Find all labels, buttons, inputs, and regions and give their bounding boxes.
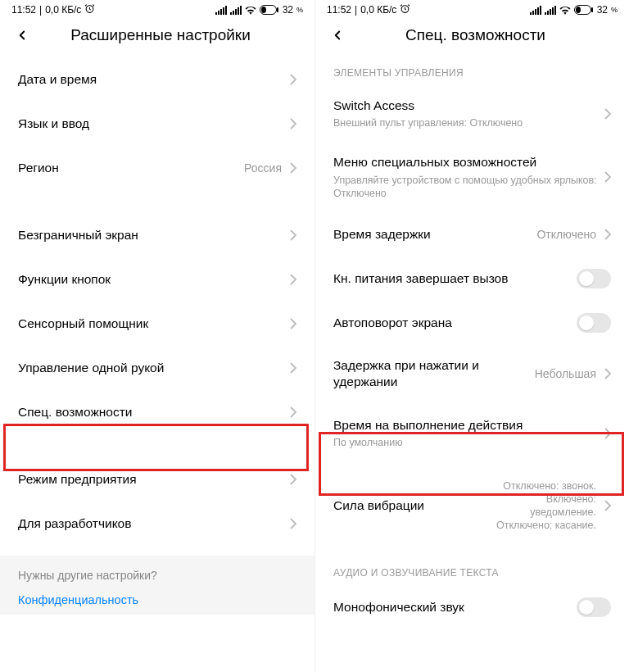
- row-mono-audio[interactable]: Монофонический звук: [315, 585, 629, 629]
- page-title: Спец. возможности: [360, 26, 591, 44]
- svg-rect-27: [591, 7, 593, 12]
- row-developer[interactable]: Для разработчиков: [0, 502, 314, 546]
- svg-rect-23: [552, 7, 554, 15]
- row-buttons[interactable]: Функции кнопок: [0, 257, 314, 302]
- battery-suffix: %: [611, 6, 618, 14]
- status-net: 0,0 КБ/с: [360, 4, 396, 16]
- row-label: Управление одной рукой: [18, 360, 290, 376]
- chevron-right-icon: [290, 118, 296, 129]
- toggle-switch[interactable]: [577, 313, 611, 333]
- svg-rect-12: [261, 7, 266, 13]
- row-label: Монофонический звук: [333, 599, 577, 615]
- chevron-right-icon: [290, 229, 296, 241]
- back-button[interactable]: [13, 26, 31, 44]
- row-value: Отключено: [536, 227, 596, 242]
- page-title: Расширенные настройки: [44, 26, 277, 44]
- row-label: Автоповорот экрана: [333, 315, 577, 331]
- chevron-right-icon: [290, 318, 296, 329]
- svg-rect-7: [233, 11, 234, 15]
- privacy-link[interactable]: Конфиденциальность: [18, 593, 296, 606]
- alarm-icon: [400, 3, 410, 16]
- row-auto-rotate[interactable]: Автоповорот экрана: [315, 301, 629, 345]
- svg-rect-17: [535, 9, 536, 15]
- svg-rect-2: [218, 11, 219, 15]
- status-divider: |: [39, 4, 42, 16]
- row-fullscreen[interactable]: Безграничный экран: [0, 213, 314, 257]
- row-accessibility[interactable]: Спец. возможности: [0, 390, 314, 434]
- section-header-controls: Элементы управления: [315, 57, 629, 85]
- row-label: Switch Access: [333, 98, 604, 114]
- status-time: 11:52: [327, 4, 351, 16]
- row-power-end-call[interactable]: Кн. питания завершает вызов: [315, 257, 629, 301]
- row-sublabel: Управляйте устройством с помощью удобных…: [333, 174, 604, 201]
- row-delay-time[interactable]: Время задержки Отключено: [315, 212, 629, 257]
- row-label: Задержка при нажатии и удержании: [333, 357, 535, 390]
- svg-rect-18: [537, 7, 539, 15]
- row-label: Время задержки: [333, 226, 536, 243]
- chevron-right-icon: [290, 474, 296, 485]
- row-vibration[interactable]: Сила вибрации Отключено: звонок. Включен…: [315, 465, 629, 547]
- svg-rect-5: [225, 6, 227, 15]
- chevron-right-icon: [604, 368, 611, 379]
- footer-question: Нужны другие настройки?: [18, 569, 296, 582]
- page-header: Спец. возможности: [315, 18, 629, 57]
- svg-rect-3: [220, 9, 222, 15]
- row-region[interactable]: Регион Россия: [0, 146, 314, 190]
- status-bar: 11:52 | 0,0 КБ/с 32%: [315, 0, 629, 18]
- row-label: Дата и время: [18, 71, 290, 88]
- toggle-switch[interactable]: [577, 597, 611, 617]
- row-enterprise[interactable]: Режим предприятия: [0, 457, 314, 502]
- chevron-right-icon: [290, 362, 296, 374]
- row-action-time[interactable]: Время на выполнение действия По умолчани…: [315, 402, 629, 464]
- footer-card: Нужны другие настройки? Конфиденциальнос…: [0, 556, 314, 615]
- row-accessibility-menu[interactable]: Меню специальных возможностей Управляйте…: [315, 142, 629, 212]
- svg-rect-15: [530, 12, 532, 15]
- status-bar: 11:52 | 0,0 КБ/с 32%: [0, 0, 314, 18]
- row-one-hand[interactable]: Управление одной рукой: [0, 346, 314, 390]
- row-label: Функции кнопок: [18, 271, 290, 288]
- alarm-icon: [84, 3, 95, 16]
- battery-icon: [574, 5, 594, 15]
- signal-icon-2: [545, 6, 556, 15]
- page-header: Расширенные настройки: [0, 18, 314, 57]
- signal-icon-2: [230, 6, 242, 15]
- row-switch-access[interactable]: Switch Access Внешний пульт управления: …: [315, 85, 629, 142]
- row-label: Меню специальных возможностей: [333, 154, 604, 170]
- signal-icon: [215, 6, 227, 15]
- chevron-right-icon: [604, 108, 611, 120]
- chevron-right-icon: [290, 274, 296, 285]
- toggle-switch[interactable]: [577, 269, 611, 288]
- section-header-audio: Аудио и озвучивание текста: [315, 547, 629, 585]
- signal-icon: [530, 6, 541, 15]
- svg-rect-22: [550, 9, 551, 15]
- row-value: Россия: [244, 161, 282, 175]
- chevron-right-icon: [290, 74, 296, 85]
- wifi-icon: [245, 6, 256, 15]
- svg-rect-13: [277, 7, 278, 12]
- svg-rect-26: [576, 7, 581, 13]
- chevron-right-icon: [290, 162, 296, 174]
- svg-rect-16: [532, 11, 534, 15]
- chevron-right-icon: [604, 229, 611, 240]
- section-gap: [0, 190, 314, 213]
- row-label: Сила вибрации: [333, 497, 482, 514]
- row-datetime[interactable]: Дата и время: [0, 57, 314, 102]
- svg-rect-19: [540, 6, 541, 15]
- row-sublabel: Внешний пульт управления: Отключено: [333, 116, 604, 129]
- battery-icon: [260, 5, 279, 15]
- row-language[interactable]: Язык и ввод: [0, 102, 314, 146]
- svg-rect-8: [235, 9, 237, 15]
- svg-rect-20: [545, 12, 546, 15]
- row-label: Время на выполнение действия: [333, 417, 604, 434]
- back-button[interactable]: [328, 26, 346, 44]
- battery-pct: 32: [597, 4, 608, 16]
- svg-rect-1: [215, 12, 217, 15]
- row-touch-assistant[interactable]: Сенсорный помощник: [0, 302, 314, 346]
- row-label: Кн. питания завершает вызов: [333, 270, 577, 287]
- svg-rect-24: [554, 6, 556, 15]
- status-left: 11:52 | 0,0 КБ/с: [11, 3, 95, 16]
- status-divider: |: [355, 4, 357, 16]
- svg-rect-9: [238, 7, 239, 15]
- svg-rect-10: [240, 6, 242, 15]
- row-touch-hold-delay[interactable]: Задержка при нажатии и удержании Небольш…: [315, 345, 629, 402]
